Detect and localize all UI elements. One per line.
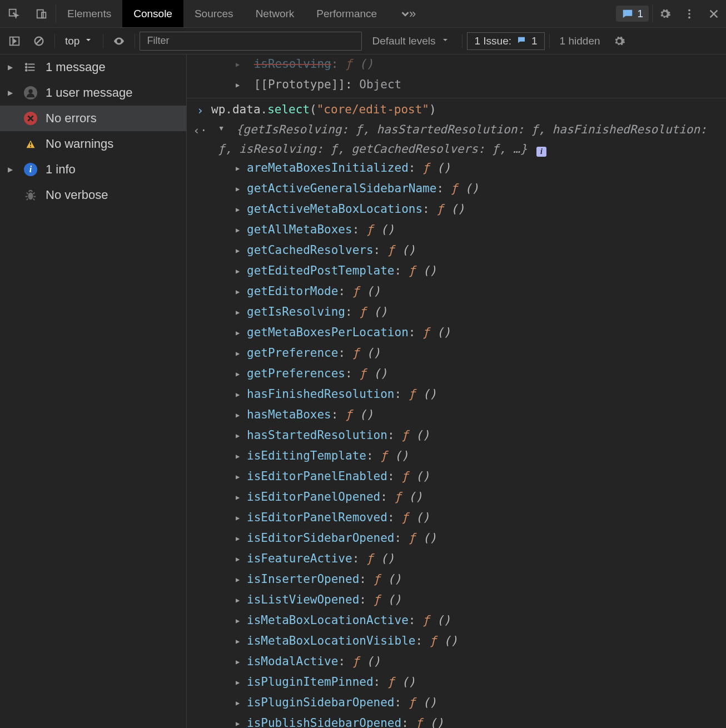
device-toggle-icon[interactable] (28, 0, 56, 27)
tab-console[interactable]: Console (122, 0, 183, 27)
object-property-row[interactable]: ▶hasMetaBoxes: ƒ () (187, 405, 726, 426)
tabs-overflow-icon[interactable]: » (388, 0, 428, 27)
expand-triangle-icon[interactable]: ▶ (236, 221, 243, 239)
expand-triangle-icon[interactable]: ▶ (236, 447, 243, 465)
close-devtools-icon[interactable] (702, 0, 726, 27)
info-badge-icon[interactable]: i (536, 147, 546, 157)
paren: () (415, 511, 429, 524)
expand-triangle-icon[interactable]: ▶ (236, 283, 243, 301)
expand-triangle-icon[interactable]: ▶ (236, 262, 243, 280)
expand-triangle-icon[interactable]: ▶ (236, 386, 243, 403)
object-property-row[interactable]: ▶isPublishSidebarOpened: ƒ () (187, 714, 726, 728)
f-glyph: ƒ (401, 511, 409, 524)
object-property-row[interactable]: ▶isInserterOpened: ƒ () (187, 570, 726, 590)
expand-triangle-icon[interactable]: ▶ (236, 159, 243, 177)
expand-triangle-icon[interactable]: ▶ (236, 242, 243, 260)
expand-triangle-icon[interactable]: ▶ (236, 201, 243, 218)
issues-box[interactable]: 1 Issue: 1 (467, 32, 544, 50)
console-result-row[interactable]: ‹· ▶ {getIsResolving: ƒ, hasStartedResol… (187, 120, 726, 158)
console-input-line[interactable]: › wp.data.select("core/edit-post") (187, 98, 726, 120)
object-property-row[interactable]: ▶getAllMetaBoxes: ƒ () (187, 220, 726, 241)
expand-triangle-icon[interactable]: ▶ (236, 406, 243, 424)
sidebar-item[interactable]: ▶No errors (0, 106, 186, 131)
svg-point-4 (688, 13, 690, 15)
f-glyph: ƒ (380, 449, 387, 462)
object-property-row[interactable]: ▶isMetaBoxLocationVisible: ƒ () (187, 631, 726, 652)
context-selector[interactable]: top (59, 35, 98, 47)
object-property-row[interactable]: ▶isEditorSidebarOpened: ƒ () (187, 528, 726, 549)
sidebar-item[interactable]: ▶1 message (0, 54, 186, 80)
sidebar-item[interactable]: ▶i1 info (0, 157, 186, 182)
object-property-row[interactable]: ▶isMetaBoxLocationActive: ƒ () (187, 611, 726, 631)
expand-triangle-icon[interactable]: ▶ (8, 89, 14, 97)
expand-triangle-icon[interactable]: ▶ (236, 324, 243, 342)
expand-triangle-icon[interactable]: ▶ (236, 530, 243, 547)
object-property-row[interactable]: ▶isModalActive: ƒ () (187, 652, 726, 672)
tab-elements[interactable]: Elements (56, 0, 122, 27)
expand-triangle-icon[interactable]: ▶ (236, 591, 243, 609)
filter-input[interactable] (140, 32, 362, 51)
property-name: isEditorSidebarOpened (247, 531, 395, 545)
expand-triangle-icon[interactable]: ▶ (236, 571, 243, 589)
clear-console-icon[interactable] (28, 30, 50, 52)
object-property-row[interactable]: ▶getEditedPostTemplate: ƒ () (187, 261, 726, 282)
object-property-row[interactable]: ▶isEditingTemplate: ƒ () (187, 446, 726, 467)
expand-triangle-icon[interactable]: ▶ (236, 632, 243, 650)
object-property-row[interactable]: ▶getIsResolving: ƒ () (187, 302, 726, 323)
object-property-row[interactable]: ▶hasFinishedResolution: ƒ () (187, 385, 726, 405)
object-property-row[interactable]: ▶isEditorPanelEnabled: ƒ () (187, 467, 726, 487)
object-property-row[interactable]: ▶isEditorPanelRemoved: ƒ () (187, 508, 726, 528)
sidebar-item[interactable]: ▶No verbose (0, 182, 186, 208)
expand-triangle-icon[interactable]: ▶ (236, 56, 243, 73)
result-caret-icon: ‹· (192, 121, 208, 139)
log-levels-dropdown[interactable]: Default levels (364, 35, 458, 47)
object-property-row[interactable]: ▶getPreferences: ƒ () (187, 364, 726, 385)
object-property-row[interactable]: ▶getActiveMetaBoxLocations: ƒ () (187, 200, 726, 220)
tab-network[interactable]: Network (245, 0, 306, 27)
inspect-element-icon[interactable] (0, 0, 28, 27)
live-expression-eye-icon[interactable] (108, 30, 130, 52)
expand-triangle-icon[interactable]: ▶ (236, 468, 243, 486)
expand-triangle-icon[interactable]: ▶ (236, 427, 243, 445)
object-property-row[interactable]: ▶getPreference: ƒ () (187, 343, 726, 364)
toggle-sidebar-icon[interactable] (3, 30, 26, 52)
expand-triangle-icon[interactable]: ▶ (8, 166, 14, 173)
sidebar-item-label: No warnings (46, 137, 113, 151)
object-property-row[interactable]: ▶isPluginItemPinned: ƒ () (187, 672, 726, 693)
object-property-row[interactable]: ▶getEditorMode: ƒ () (187, 282, 726, 302)
object-property-row[interactable]: ▶getCachedResolvers: ƒ () (187, 241, 726, 261)
expand-triangle-icon[interactable]: ▶ (236, 694, 243, 712)
object-property-row[interactable]: ▶isEditorPanelOpened: ƒ () (187, 487, 726, 508)
expand-triangle-icon[interactable]: ▶ (236, 345, 243, 362)
object-property-row[interactable]: ▶isPluginSidebarOpened: ƒ () (187, 693, 726, 714)
object-property-row[interactable]: ▶isListViewOpened: ƒ () (187, 590, 726, 611)
console-settings-gear-icon[interactable] (608, 30, 630, 52)
expand-triangle-icon[interactable]: ▶ (213, 127, 231, 134)
settings-gear-icon[interactable] (653, 0, 677, 27)
expand-triangle-icon[interactable]: ▶ (236, 180, 243, 198)
expand-triangle-icon[interactable]: ▶ (236, 303, 243, 321)
tab-performance[interactable]: Performance (305, 0, 388, 27)
sidebar-item[interactable]: ▶No warnings (0, 131, 186, 157)
object-property-row[interactable]: ▶getMetaBoxesPerLocation: ƒ () (187, 323, 726, 343)
f-glyph: ƒ (359, 305, 366, 318)
hidden-count[interactable]: 1 hidden (554, 35, 606, 47)
expand-triangle-icon[interactable]: ▶ (236, 365, 243, 383)
expand-triangle-icon[interactable]: ▶ (236, 715, 243, 728)
object-property-row[interactable]: ▶hasStartedResolution: ƒ () (187, 426, 726, 446)
expand-triangle-icon[interactable]: ▶ (236, 653, 243, 671)
expand-triangle-icon[interactable]: ▶ (236, 674, 243, 691)
sidebar-item[interactable]: ▶1 user message (0, 80, 186, 106)
object-property-row[interactable]: ▶areMetaBoxesInitialized: ƒ () (187, 158, 726, 179)
expand-triangle-icon[interactable]: ▶ (8, 63, 14, 71)
object-property-row[interactable]: ▶getActiveGeneralSidebarName: ƒ () (187, 179, 726, 200)
tab-sources[interactable]: Sources (183, 0, 245, 27)
expand-triangle-icon[interactable]: ▶ (236, 550, 243, 568)
expand-triangle-icon[interactable]: ▶ (236, 76, 243, 94)
messages-badge[interactable]: 1 (616, 6, 649, 22)
expand-triangle-icon[interactable]: ▶ (236, 509, 243, 527)
object-property-row[interactable]: ▶isFeatureActive: ƒ () (187, 549, 726, 570)
expand-triangle-icon[interactable]: ▶ (236, 488, 243, 506)
expand-triangle-icon[interactable]: ▶ (236, 612, 243, 630)
kebab-menu-icon[interactable] (677, 0, 702, 27)
